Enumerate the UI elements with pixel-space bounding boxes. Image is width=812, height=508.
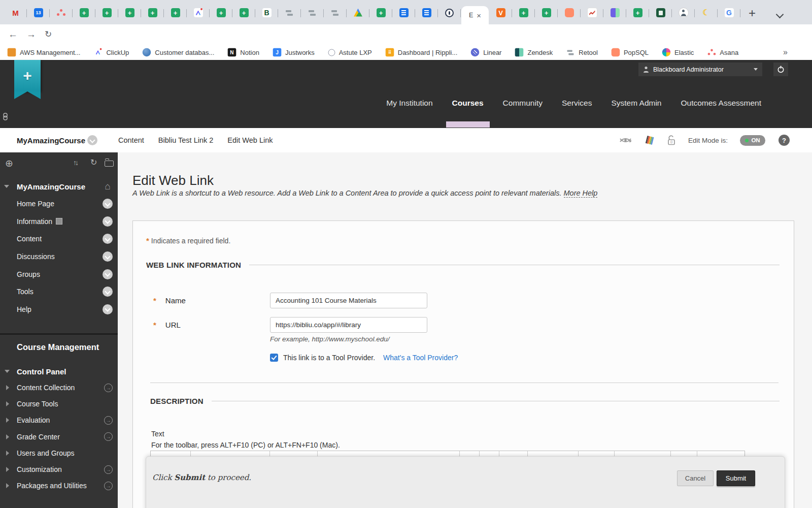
browser-tab[interactable]: 13: [27, 1, 50, 24]
sidebar-item-help[interactable]: Help: [0, 301, 118, 319]
tool-provider-checkbox[interactable]: [270, 354, 278, 362]
quick-links-icon[interactable]: [2, 113, 9, 120]
browser-tab[interactable]: +: [512, 1, 535, 24]
browser-tab[interactable]: [415, 1, 438, 24]
name-input[interactable]: [270, 293, 427, 308]
control-panel-item-content-collection[interactable]: Content Collection→: [0, 379, 118, 396]
item-options-chevron-icon[interactable]: [103, 287, 113, 297]
expand-triangle-icon[interactable]: [6, 483, 9, 488]
more-help-link[interactable]: More Help: [564, 189, 598, 198]
unlocked-padlock-icon[interactable]: 0: [667, 135, 676, 146]
breadcrumb-item[interactable]: Edit Web Link: [227, 136, 273, 144]
browser-tab[interactable]: G: [718, 1, 740, 24]
nav-outcomes-assessment[interactable]: Outcomes Assessment: [671, 99, 771, 108]
blackboard-logo-ribbon[interactable]: +: [14, 60, 41, 91]
open-in-new-arrow-icon[interactable]: →: [104, 482, 113, 490]
browser-tab[interactable]: +: [164, 1, 187, 24]
browser-tab[interactable]: +: [369, 1, 392, 24]
browser-tab[interactable]: [347, 1, 369, 24]
bookmark-item[interactable]: JJustworks: [273, 48, 315, 57]
breadcrumb-course-name[interactable]: MyAmazingCourse: [17, 128, 85, 152]
cancel-button[interactable]: Cancel: [677, 470, 714, 486]
bookmark-item[interactable]: Astute LXP: [328, 49, 372, 56]
browser-tab[interactable]: +: [73, 1, 95, 24]
browser-tab[interactable]: +: [535, 1, 558, 24]
close-tab-icon[interactable]: ×: [477, 12, 481, 19]
bookmark-item[interactable]: AWS Management...: [7, 48, 80, 57]
expand-triangle-icon[interactable]: [6, 434, 9, 439]
nav-courses[interactable]: Courses: [443, 99, 493, 108]
reorder-icon[interactable]: ↑↓: [73, 158, 77, 167]
tab-search-chevron-icon[interactable]: [776, 11, 784, 19]
bookmark-item[interactable]: Linear: [470, 48, 501, 57]
browser-tab[interactable]: M: [4, 1, 27, 24]
logout-button[interactable]: [773, 62, 788, 76]
bookmark-item[interactable]: ClickUp: [93, 48, 129, 57]
theme-palette-icon[interactable]: [645, 135, 655, 145]
control-panel-item-course-tools[interactable]: Course Tools: [0, 396, 118, 412]
bookmark-item[interactable]: PopSQL: [611, 48, 649, 57]
expand-triangle-icon[interactable]: [6, 418, 9, 423]
bookmark-item[interactable]: ⠿Dashboard | Rippli...: [385, 48, 458, 57]
nav-services[interactable]: Services: [552, 99, 601, 108]
new-tab-button[interactable]: +: [749, 7, 756, 19]
help-button[interactable]: ?: [779, 135, 790, 146]
item-options-chevron-icon[interactable]: [103, 251, 113, 262]
nav-my-institution[interactable]: My Institution: [377, 99, 442, 108]
browser-tab[interactable]: [278, 1, 301, 24]
control-panel-item-users-and-groups[interactable]: Users and Groups: [0, 445, 118, 461]
browser-tab[interactable]: [438, 1, 461, 24]
reload-button[interactable]: ↻: [45, 28, 52, 41]
bookmark-item[interactable]: Customer databas...: [142, 48, 214, 57]
expand-triangle-icon[interactable]: [6, 467, 9, 472]
control-panel-item-customization[interactable]: Customization→: [0, 461, 118, 478]
control-panel-header[interactable]: Control Panel: [0, 364, 118, 379]
sidebar-item-content[interactable]: Content: [0, 230, 118, 248]
nav-system-admin[interactable]: System Admin: [601, 99, 671, 108]
browser-tab[interactable]: [672, 1, 695, 24]
control-panel-item-packages-and-utilities[interactable]: Packages and Utilities→: [0, 478, 118, 494]
open-in-new-arrow-icon[interactable]: →: [104, 432, 113, 441]
url-input[interactable]: [270, 317, 427, 333]
add-menu-item-icon[interactable]: ⊕: [5, 157, 13, 169]
item-options-chevron-icon[interactable]: [103, 199, 113, 209]
whats-a-tool-provider-link[interactable]: What's a Tool Provider?: [383, 354, 458, 362]
browser-tab[interactable]: +: [626, 1, 649, 24]
open-in-new-arrow-icon[interactable]: →: [104, 416, 113, 425]
breadcrumb-item[interactable]: Content: [118, 136, 144, 144]
browser-tab[interactable]: +: [95, 1, 118, 24]
browser-tab[interactable]: [581, 1, 603, 24]
folder-view-icon[interactable]: [105, 161, 114, 167]
user-menu[interactable]: Blackboard Administrator: [638, 62, 762, 76]
item-options-chevron-icon[interactable]: [103, 216, 113, 227]
sidebar-item-groups[interactable]: Groups: [0, 265, 118, 283]
expand-triangle-icon[interactable]: [6, 451, 9, 456]
control-panel-item-grade-center[interactable]: Grade Center→: [0, 429, 118, 445]
bookmark-item[interactable]: Elastic: [662, 48, 694, 57]
browser-tab[interactable]: [603, 1, 626, 24]
student-preview-icon[interactable]: [619, 136, 632, 145]
bookmark-item[interactable]: Retool: [566, 48, 598, 57]
refresh-icon[interactable]: ↻: [90, 157, 97, 167]
sidebar-course-header[interactable]: MyAmazingCourse ⌂: [0, 179, 118, 194]
course-menu-chevron-icon[interactable]: [87, 135, 97, 145]
browser-tab[interactable]: [50, 1, 73, 24]
control-panel-item-evaluation[interactable]: Evaluation→: [0, 412, 118, 428]
browser-tab[interactable]: [558, 1, 581, 24]
bookmarks-overflow-icon[interactable]: »: [783, 48, 788, 57]
collapse-chevron-icon[interactable]: [5, 370, 10, 373]
home-icon[interactable]: ⌂: [105, 181, 111, 192]
browser-tab[interactable]: [187, 1, 210, 24]
active-tab[interactable]: E×: [461, 6, 489, 24]
open-in-new-arrow-icon[interactable]: →: [104, 384, 113, 392]
open-in-new-arrow-icon[interactable]: →: [104, 465, 113, 474]
browser-tab[interactable]: [324, 1, 347, 24]
sidebar-item-home-page[interactable]: Home Page: [0, 195, 118, 213]
sidebar-item-discussions[interactable]: Discussions: [0, 248, 118, 266]
browser-tab[interactable]: +: [210, 1, 232, 24]
item-options-chevron-icon[interactable]: [103, 304, 113, 314]
sidebar-item-tools[interactable]: Tools: [0, 283, 118, 301]
browser-tab[interactable]: [649, 1, 672, 24]
browser-tab[interactable]: ☾: [695, 1, 718, 24]
bookmark-item[interactable]: Asana: [707, 48, 738, 57]
